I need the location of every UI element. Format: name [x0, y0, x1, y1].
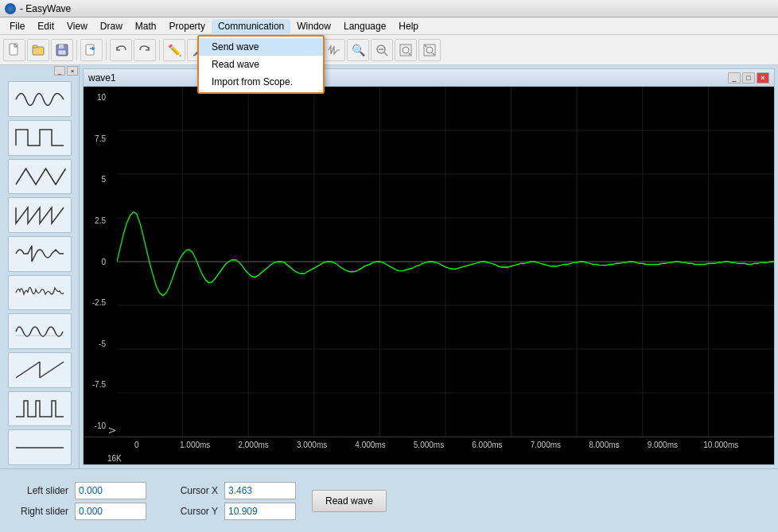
x-axis: 0 1.000ms 2.000ms 3.000ms 4.000ms 5.000m… — [84, 437, 774, 452]
svg-rect-5 — [59, 45, 64, 49]
sidebar-controls: _ × — [53, 65, 79, 76]
wave-maximize-btn[interactable]: □ — [742, 72, 755, 83]
sample-rate-label: 16K — [84, 452, 774, 464]
menu-help[interactable]: Help — [392, 19, 425, 33]
reset-button[interactable] — [418, 39, 441, 61]
main-area: _ × — [0, 65, 778, 468]
wave-title: wave1 — [88, 72, 116, 83]
pencil-button[interactable]: ✏️ — [163, 39, 185, 61]
svg-rect-6 — [58, 50, 66, 55]
communication-dropdown: Send wave Read wave Import from Scope. — [197, 35, 325, 94]
wave-window: wave1 _ □ × 10 7.5 5 2.5 0 -2.5 -5 -7.5 … — [83, 68, 775, 465]
svg-line-29 — [433, 52, 434, 54]
right-slider-input[interactable] — [75, 503, 146, 520]
menu-math[interactable]: Math — [129, 19, 163, 33]
svg-line-26 — [409, 52, 410, 54]
redo-button[interactable] — [134, 39, 156, 61]
import-scope-item[interactable]: Import from Scope. — [199, 73, 323, 91]
waveform-icon — [323, 39, 345, 61]
send-wave-item[interactable]: Send wave — [199, 38, 323, 56]
menu-draw[interactable]: Draw — [94, 19, 129, 33]
bottom-controls: Left slider Right slider Cursor X Cursor… — [0, 468, 778, 532]
svg-point-25 — [403, 47, 409, 53]
menu-file[interactable]: File — [3, 19, 31, 33]
zoom-in-button[interactable]: 🔍 — [347, 39, 369, 61]
svg-line-10 — [193, 55, 195, 56]
y-unit-label: V — [107, 87, 117, 437]
toolbar-sep-3 — [159, 40, 160, 60]
menu-view[interactable]: View — [60, 19, 94, 33]
title-bar: - EasyWave — [0, 0, 778, 17]
y-axis: 10 7.5 5 2.5 0 -2.5 -5 -7.5 -10 — [84, 87, 107, 437]
wave-window-controls: _ □ × — [728, 72, 769, 83]
left-slider-group: Left slider Right slider — [13, 482, 146, 520]
menu-property[interactable]: Property — [163, 19, 212, 33]
svg-line-34 — [40, 362, 64, 378]
read-wave-item[interactable]: Read wave — [199, 56, 323, 73]
cursor-group: Cursor X Cursor Y — [162, 482, 296, 520]
svg-line-32 — [16, 362, 40, 378]
cursor-x-label: Cursor X — [162, 485, 218, 496]
menu-edit[interactable]: Edit — [31, 19, 60, 33]
sidebar-close-btn[interactable]: × — [67, 66, 78, 76]
wave-title-bar: wave1 _ □ × — [84, 69, 774, 87]
svg-line-22 — [384, 52, 387, 56]
new-button[interactable] — [3, 39, 25, 61]
cursor-y-input[interactable] — [224, 503, 296, 520]
open-button[interactable] — [27, 39, 49, 61]
save-button[interactable] — [51, 39, 73, 61]
cursor-y-row: Cursor Y — [162, 503, 296, 520]
menu-bar: File Edit View Draw Math Property Commun… — [0, 17, 778, 35]
menu-communication[interactable]: Communication — [212, 19, 290, 33]
undo-button[interactable] — [110, 39, 132, 61]
svg-point-28 — [426, 47, 433, 53]
sidebar-item-multisine[interactable] — [8, 313, 72, 349]
cursor-x-input[interactable] — [224, 482, 296, 499]
left-slider-row: Left slider — [13, 482, 146, 499]
app-title: - EasyWave — [20, 3, 71, 14]
zoom-out-button[interactable] — [371, 39, 393, 61]
wave-minimize-btn[interactable]: _ — [728, 72, 741, 83]
left-slider-label: Left slider — [13, 485, 68, 496]
cursor-y-label: Cursor Y — [162, 506, 218, 517]
toolbar-sep-2 — [106, 40, 107, 60]
menu-window[interactable]: Window — [290, 19, 337, 33]
toolbar-sep-1 — [76, 40, 77, 60]
read-wave-button[interactable]: Read wave — [312, 490, 387, 512]
sidebar-item-triangle[interactable] — [8, 159, 72, 195]
menu-language[interactable]: Language — [337, 19, 392, 33]
wave-canvas-area[interactable]: 10 7.5 5 2.5 0 -2.5 -5 -7.5 -10 V — [84, 87, 774, 437]
svg-rect-3 — [33, 45, 37, 48]
sidebar-item-pulse[interactable] — [8, 391, 72, 427]
sidebar: _ × — [0, 65, 80, 468]
sidebar-item-ramp[interactable] — [8, 352, 72, 388]
right-slider-label: Right slider — [13, 506, 68, 517]
sidebar-item-sawtooth[interactable] — [8, 197, 72, 233]
sidebar-item-flat[interactable] — [8, 429, 72, 465]
left-slider-input[interactable] — [75, 482, 146, 499]
sidebar-item-square[interactable] — [8, 120, 72, 156]
toolbar: ✏️ 🔍 — [0, 35, 778, 65]
wave-close-btn[interactable]: × — [757, 72, 769, 83]
sidebar-min-btn[interactable]: _ — [54, 66, 65, 76]
cursor-x-row: Cursor X — [162, 482, 296, 499]
sidebar-item-sine[interactable] — [8, 81, 72, 117]
svg-line-30 — [425, 45, 426, 47]
fit-button[interactable] — [395, 39, 417, 61]
app-icon — [5, 3, 16, 14]
right-slider-row: Right slider — [13, 503, 146, 520]
sidebar-item-complex1[interactable] — [8, 236, 72, 272]
sidebar-item-noise[interactable] — [8, 275, 72, 311]
export-button[interactable] — [80, 39, 103, 61]
read-wave-section: Read wave — [312, 490, 387, 512]
chart-grid — [117, 87, 774, 437]
